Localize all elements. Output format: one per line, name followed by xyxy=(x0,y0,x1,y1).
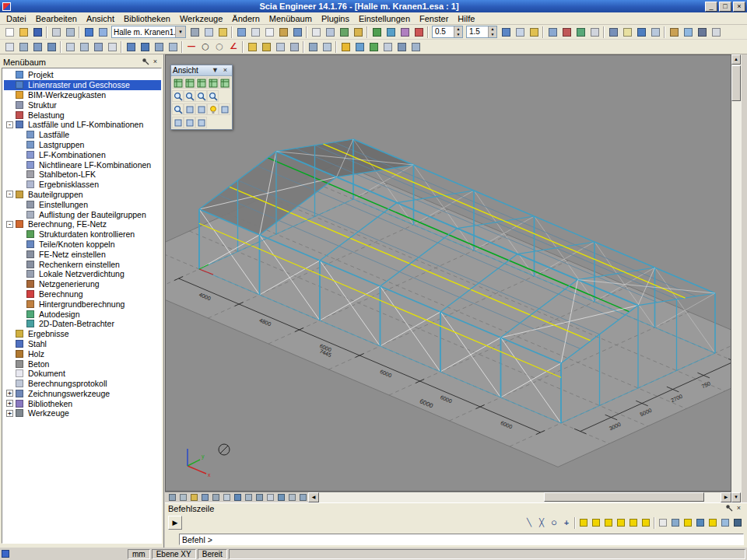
menu-datei[interactable]: Datei xyxy=(2,13,31,24)
selection-filter-icon[interactable] xyxy=(286,493,297,502)
menu-einstellungen[interactable]: Einstellungen xyxy=(354,13,415,24)
clip-plane-icon[interactable] xyxy=(184,117,195,128)
sidebar-item-belastung[interactable]: Belastung xyxy=(4,110,161,120)
view-front-icon[interactable] xyxy=(184,77,195,89)
sidebar-item-teile-knoten-koppeln[interactable]: Teile/Knoten koppeln xyxy=(4,240,161,250)
clip-icon[interactable] xyxy=(559,26,573,38)
menu-ansicht[interactable]: Ansicht xyxy=(82,13,119,24)
tracking-icon[interactable] xyxy=(254,493,265,502)
vscroll-down-icon[interactable]: ▼ xyxy=(731,492,741,502)
coord-sys-icon[interactable] xyxy=(167,493,177,502)
view-side-icon[interactable] xyxy=(195,77,207,89)
snap-mode-icon[interactable] xyxy=(177,493,188,502)
named-view-icon[interactable] xyxy=(527,26,541,38)
table-icon[interactable] xyxy=(381,40,395,53)
sidebar-item-einstellungen[interactable]: Einstellungen xyxy=(4,199,161,209)
regen-icon[interactable] xyxy=(681,26,695,38)
sidebar-item-bim-werkzeugkasten[interactable]: BIM-Werkzeugkasten xyxy=(4,90,161,100)
scale-spinner-2[interactable]: 1.5 ▲▼ xyxy=(466,26,497,38)
sidebar-item-rechenkern-einstellen[interactable]: Rechenkern einstellen xyxy=(4,259,161,269)
zoom-in-icon[interactable] xyxy=(172,90,184,102)
paste-icon[interactable] xyxy=(216,26,230,38)
menu-men-baum[interactable]: Menübaum xyxy=(265,13,317,24)
sidebar-item-berechnung-fe-netz[interactable]: -Berechnung, FE-Netz xyxy=(4,219,161,229)
perspective-icon[interactable] xyxy=(398,26,412,38)
sidebar-item-lastgruppen[interactable]: Lastgruppen xyxy=(4,140,161,150)
sidebar-item-berechnungsprotokoll[interactable]: Berechnungsprotokoll xyxy=(4,379,161,389)
snap-ortho-icon[interactable] xyxy=(615,517,627,529)
paste-special-icon[interactable] xyxy=(245,40,259,53)
view-palette-header[interactable]: Ansicht ▼ × xyxy=(171,65,232,76)
combo-dropdown-icon[interactable]: ▼ xyxy=(175,26,185,37)
print-preview-icon[interactable] xyxy=(63,26,77,38)
sidebar-item-stahlbeton-lfk[interactable]: Stahlbeton-LFK xyxy=(4,170,161,180)
view-settings-icon[interactable] xyxy=(370,26,384,38)
sidebar-item-struktur[interactable]: Struktur xyxy=(4,100,161,110)
slab-tool-icon[interactable] xyxy=(152,40,166,53)
save-icon[interactable] xyxy=(30,26,44,38)
visibility-icon[interactable] xyxy=(351,26,365,38)
collapse-icon[interactable]: - xyxy=(6,121,13,128)
shade-icon[interactable] xyxy=(587,26,601,38)
snap-settings-icon[interactable] xyxy=(731,517,744,529)
menu-ndern[interactable]: Ändern xyxy=(227,13,264,24)
view-lock-icon[interactable] xyxy=(297,493,308,502)
sidebar-item-beton[interactable]: Beton xyxy=(4,359,161,369)
sidebar-item-linienraster-und-geschosse[interactable]: Linienraster und Geschosse xyxy=(4,80,161,90)
command-input[interactable]: Befehl > xyxy=(179,534,744,545)
supports-toggle-icon[interactable] xyxy=(634,26,648,38)
plane-tool-icon[interactable] xyxy=(77,40,91,53)
project-file-combo[interactable]: Halle m. Kranen1.esa ▼ xyxy=(111,26,186,38)
move-tool-icon[interactable] xyxy=(273,40,287,53)
table-input-icon[interactable] xyxy=(234,26,248,38)
sidebar-item-netzgenerierung[interactable]: Netzgenerierung xyxy=(4,279,161,289)
sidebar-item-holz[interactable]: Holz xyxy=(4,348,161,359)
snap-nearest-icon[interactable] xyxy=(719,517,731,529)
wire-mode-icon[interactable] xyxy=(195,103,207,115)
model-check-icon[interactable] xyxy=(667,26,681,38)
copy-add-icon[interactable] xyxy=(259,40,273,53)
menu-plugins[interactable]: Plugins xyxy=(317,13,354,24)
redo-icon[interactable] xyxy=(96,26,110,38)
menu-werkzeuge[interactable]: Werkzeuge xyxy=(175,13,227,24)
zoom-out-icon[interactable] xyxy=(184,90,195,102)
circle-tool-icon[interactable]: ○ xyxy=(198,40,212,53)
sidebar-item-hintergrundberechnung[interactable]: Hintergrundberechnung xyxy=(4,299,161,309)
hscroll-left-icon[interactable]: ◀ xyxy=(308,492,319,502)
maximize-icon[interactable]: □ xyxy=(719,2,731,12)
snap-center-icon[interactable] xyxy=(707,517,719,529)
snap-line-ext-icon[interactable] xyxy=(694,517,707,529)
activity-icon[interactable] xyxy=(337,26,351,38)
pin-icon[interactable] xyxy=(140,58,150,67)
wall-tool-icon[interactable] xyxy=(166,40,180,53)
grid-tool-icon[interactable] xyxy=(63,40,77,53)
sidebar-item-bibliotheken[interactable]: +Bibliotheken xyxy=(4,398,161,408)
plane-xy-icon[interactable] xyxy=(199,493,210,502)
surface-tool-icon[interactable] xyxy=(91,40,105,53)
sidebar-item-lokale-netzverdichtung[interactable]: Lokale Netzverdichtung xyxy=(4,269,161,279)
vscroll-thumb[interactable] xyxy=(731,65,741,101)
export-icon[interactable] xyxy=(395,40,409,53)
zoom-prev-icon[interactable] xyxy=(513,26,527,38)
new-file-icon[interactable] xyxy=(2,26,16,38)
world-axes-icon[interactable] xyxy=(412,26,426,38)
palette-close-icon[interactable]: × xyxy=(220,66,230,75)
layers-icon[interactable] xyxy=(290,26,304,38)
clip-off-icon[interactable] xyxy=(195,117,207,128)
palette-dropdown-icon[interactable]: ▼ xyxy=(210,66,220,75)
view-top-icon[interactable] xyxy=(172,77,184,89)
refresh-icon[interactable] xyxy=(366,40,381,53)
scale-tool-icon[interactable] xyxy=(320,40,334,53)
dims-toggle-icon[interactable] xyxy=(606,26,620,38)
command-panel-close-icon[interactable]: × xyxy=(734,504,744,513)
horizontal-scrollbar[interactable] xyxy=(319,492,721,502)
menu-bibliotheken[interactable]: Bibliotheken xyxy=(119,13,175,24)
line-icon[interactable] xyxy=(30,40,44,53)
sidebar-item-lf-kombinationen[interactable]: LF-Kombinationen xyxy=(4,149,161,159)
snap-node-icon[interactable] xyxy=(602,517,615,529)
panel-close-icon[interactable]: × xyxy=(150,58,160,67)
sidebar-item-nichtlineare-lf-kombinationen[interactable]: Nichtlineare LF-Kombinationen xyxy=(4,159,161,170)
filter-icon[interactable] xyxy=(323,26,337,38)
hscroll-thumb[interactable] xyxy=(544,492,704,502)
render-mode-icon[interactable] xyxy=(384,26,398,38)
